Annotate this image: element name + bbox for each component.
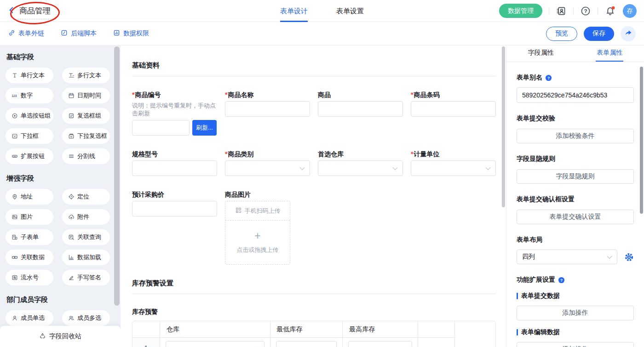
data-manage-button[interactable]: 数据管理 [499, 4, 542, 18]
form-field-计量单位[interactable]: *计量单位 [411, 149, 496, 176]
select-input[interactable] [318, 160, 403, 176]
save-button[interactable]: 保存 [584, 27, 614, 41]
text-input[interactable] [411, 101, 496, 117]
field-pill-single-line-text[interactable]: 单行文本 [6, 68, 53, 83]
link-icon [8, 29, 15, 38]
avatar[interactable]: 存 [623, 4, 637, 18]
header-actions: 数据管理 ? 存 [499, 4, 637, 18]
field-pill-address[interactable]: 地址 [6, 189, 53, 205]
field-pill-attachment[interactable]: 附件 [62, 209, 110, 225]
text-input[interactable] [132, 120, 190, 136]
tab-form-properties[interactable]: 表单属性 [575, 46, 644, 62]
field-pill-link-data[interactable]: 关联数据 [6, 250, 53, 265]
text-input[interactable] [318, 101, 403, 117]
contacts-icon[interactable] [556, 6, 567, 17]
image-upload-area[interactable]: 手机扫码上传+点击或拖拽上传 [225, 201, 290, 265]
qr-code-icon [235, 207, 242, 215]
tab-field-properties[interactable]: 字段属性 [506, 46, 575, 62]
subtable-row: 1 [132, 338, 454, 347]
properties-panel: 字段属性 表单属性 表单别名?5892025629ce754a246c9b53表… [506, 46, 644, 347]
form-design-canvas[interactable]: 基础资料 *商品编号说明：提示编号重复时，手动点击刷新刷新...*商品名称商品*… [121, 46, 506, 347]
help-icon[interactable]: ? [545, 74, 552, 81]
canvas-scrollbar[interactable] [502, 46, 505, 207]
help-icon[interactable]: ? [558, 277, 565, 284]
text-input[interactable] [225, 101, 310, 117]
form-field-商品条码[interactable]: *商品条码 [411, 90, 496, 117]
field-pill-number[interactable]: 123数字 [6, 88, 53, 103]
panel-action-button[interactable]: 添加操作 [517, 306, 634, 320]
page-title[interactable]: 商品管理 [19, 6, 51, 16]
panel-section-title: 功能扩展设置? [517, 276, 634, 284]
field-label: *商品编号 [132, 90, 217, 99]
field-pill-serial-number[interactable]: 流水号 [6, 270, 53, 285]
toolbar-link-link[interactable]: 表单外链 [8, 29, 44, 38]
field-pill-multi-line-text[interactable]: 多行文本 [62, 68, 110, 83]
tab-form-design[interactable]: 表单设计 [280, 0, 308, 22]
field-pill-extend-button[interactable]: 扩展按钮 [6, 148, 53, 164]
field-pill-location[interactable]: 定位 [62, 189, 110, 205]
notification-dot [611, 6, 615, 10]
text-input[interactable] [132, 201, 217, 216]
subtable-header-blank [418, 321, 454, 338]
form-field-商品名称[interactable]: *商品名称 [225, 90, 310, 117]
field-pill-member-multi[interactable]: 成员多选 [62, 310, 110, 326]
gear-icon[interactable] [624, 252, 634, 262]
drag-upload-zone[interactable]: +点击或拖拽上传 [225, 221, 290, 264]
form-field-预计采购价[interactable]: 预计采购价 [132, 190, 217, 216]
field-pill-signature[interactable]: 手写签名 [62, 270, 110, 285]
toolbar-link-script[interactable]: 后端脚本 [61, 29, 97, 38]
panel-scrollbar[interactable] [640, 67, 643, 214]
panel-action-button[interactable]: 字段显隐规则 [517, 169, 634, 184]
sidebar-scrollbar[interactable] [114, 46, 120, 306]
field-pill-label: 图片 [21, 213, 33, 221]
refresh-button[interactable]: 刷新... [192, 120, 217, 136]
panel-action-button[interactable]: 表单提交确认设置 [517, 210, 634, 224]
text-input[interactable] [132, 160, 217, 176]
field-pill-sub-form[interactable]: 子表单 [6, 229, 53, 245]
field-pill-data-load[interactable]: 数据加载 [62, 250, 110, 265]
field-pill-image[interactable]: 图片 [6, 209, 53, 225]
form-field-商品图片[interactable]: 商品图片手机扫码上传+点击或拖拽上传 [225, 190, 310, 265]
panel-section-title: 字段显隐规则 [517, 155, 634, 163]
field-pill-link-query[interactable]: 关联查询 [62, 229, 110, 245]
field-recycle-bin[interactable]: 字段回收站 [0, 326, 121, 347]
stock-input[interactable] [348, 341, 412, 347]
help-icon[interactable]: ? [580, 6, 591, 17]
datetime-icon [68, 92, 75, 99]
subtable-cell-input [270, 338, 343, 347]
field-pill-divider-line[interactable]: 分割线 [62, 148, 110, 164]
select-input[interactable] [225, 160, 310, 176]
checkbox-group-icon [68, 113, 75, 119]
toolbar-link-data-permission[interactable]: 数据权限 [113, 29, 149, 38]
notification-bell-icon[interactable] [604, 6, 615, 17]
select-input[interactable] [411, 160, 496, 176]
form-field-规格型号[interactable]: 规格型号 [132, 149, 217, 176]
tab-form-settings[interactable]: 表单设置 [336, 0, 364, 22]
subtable-header-最低库存: 最低库存 [270, 321, 343, 338]
field-pill-label: 地址 [21, 193, 33, 201]
field-pill-multi-select[interactable]: 下拉复选框 [62, 128, 110, 144]
panel-action-button[interactable]: 添加操作 [517, 342, 634, 347]
form-field-商品编号[interactable]: *商品编号说明：提示编号重复时，手动点击刷新刷新... [132, 90, 217, 136]
form-alias-input[interactable]: 5892025629ce754a246c9b53 [517, 87, 634, 103]
form-layout-select[interactable]: 四列 [517, 250, 617, 264]
back-button[interactable] [7, 6, 16, 16]
field-pill-datetime[interactable]: 日期时间 [62, 88, 110, 103]
field-pill-select[interactable]: 下拉框 [6, 128, 53, 144]
field-pill-radio-group[interactable]: 单选按钮组 [6, 108, 53, 124]
warehouse-select[interactable] [166, 341, 264, 347]
required-asterisk: * [132, 91, 134, 98]
share-button[interactable] [621, 26, 636, 41]
panel-action-button[interactable]: 添加校验条件 [517, 129, 634, 143]
section-divider [132, 294, 496, 294]
form-field-首选仓库[interactable]: 首选仓库 [318, 149, 403, 176]
stock-input[interactable] [276, 341, 337, 347]
sub-form-icon [12, 234, 18, 240]
form-field-商品[interactable]: 商品 [318, 90, 403, 117]
field-pill-checkbox-group[interactable]: 复选框组 [62, 108, 110, 124]
form-field-商品类别[interactable]: *商品类别 [225, 149, 310, 176]
panel-subsection-title: 表单编辑数据 [517, 328, 634, 336]
scan-upload-button[interactable]: 手机扫码上传 [225, 201, 290, 221]
field-pill-member-single[interactable]: 成员单选 [6, 310, 53, 326]
preview-button[interactable]: 预览 [546, 27, 577, 41]
